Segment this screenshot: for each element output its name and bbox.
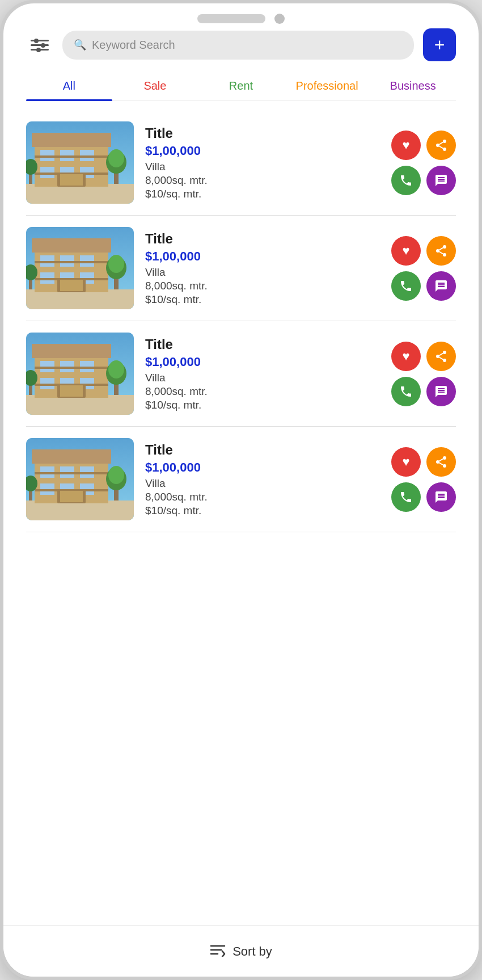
svg-rect-90 — [60, 491, 83, 502]
svg-rect-81 — [32, 449, 111, 464]
action-row-bottom — [391, 377, 456, 406]
listings-container: Title $1,00,000 Villa 8,000sq. mtr. $10/… — [26, 110, 456, 532]
listing-title: Title — [145, 337, 380, 352]
share-button[interactable] — [426, 447, 456, 477]
notch-bar — [197, 14, 265, 23]
svg-rect-9 — [32, 133, 111, 147]
svg-line-47 — [439, 247, 443, 250]
svg-point-86 — [108, 466, 124, 484]
tab-business[interactable]: Business — [370, 73, 456, 100]
notch-dot — [274, 14, 285, 24]
filter-button[interactable] — [26, 35, 53, 55]
share-button[interactable] — [426, 131, 456, 160]
listing-image — [26, 227, 134, 309]
action-row-bottom — [391, 482, 456, 512]
favorite-button[interactable]: ♥ — [391, 131, 421, 160]
phone-button[interactable] — [391, 166, 421, 195]
listing-title: Title — [145, 231, 380, 247]
svg-rect-82 — [35, 472, 108, 474]
phone-button[interactable] — [391, 482, 421, 512]
svg-point-14 — [108, 149, 124, 167]
listing-rate: $10/sq. mtr. — [145, 293, 380, 306]
filter-line-1 — [31, 40, 49, 41]
tab-rent[interactable]: Rent — [198, 73, 284, 100]
svg-rect-1 — [26, 184, 134, 204]
tab-sale[interactable]: Sale — [112, 73, 198, 100]
listing-card: Title $1,00,000 Villa 8,000sq. mtr. $10/… — [26, 216, 456, 321]
chat-button[interactable] — [426, 271, 456, 301]
search-bar[interactable]: 🔍 Keyword Search — [62, 31, 414, 60]
svg-line-22 — [439, 146, 443, 148]
favorite-button[interactable]: ♥ — [391, 236, 421, 266]
chat-button[interactable] — [426, 166, 456, 195]
listing-title: Title — [145, 125, 380, 141]
tab-professional[interactable]: Professional — [284, 73, 370, 100]
action-row-top: ♥ — [391, 236, 456, 266]
listing-actions: ♥ — [391, 236, 456, 301]
listing-info: Title $1,00,000 Villa 8,000sq. mtr. $10/… — [145, 231, 380, 306]
svg-rect-66 — [60, 385, 83, 397]
favorite-button[interactable]: ♥ — [391, 447, 421, 477]
svg-rect-34 — [35, 261, 108, 263]
svg-point-67 — [443, 351, 446, 354]
listing-area: 8,000sq. mtr. — [145, 491, 380, 503]
svg-rect-58 — [35, 367, 108, 369]
svg-line-94 — [439, 462, 443, 465]
svg-point-21 — [443, 148, 446, 151]
svg-rect-73 — [26, 500, 134, 520]
share-button[interactable] — [426, 342, 456, 371]
phone-button[interactable] — [391, 377, 421, 406]
filter-line-2 — [31, 44, 49, 46]
chat-button[interactable] — [426, 482, 456, 512]
phone-frame: 🔍 Keyword Search + All Sale Rent Profess… — [0, 0, 482, 980]
add-button[interactable]: + — [423, 28, 456, 61]
share-button[interactable] — [426, 236, 456, 266]
svg-line-95 — [439, 459, 443, 461]
listing-title: Title — [145, 442, 380, 458]
svg-rect-42 — [60, 280, 83, 291]
svg-line-71 — [439, 353, 443, 355]
phone-button[interactable] — [391, 271, 421, 301]
svg-point-91 — [443, 456, 446, 460]
listing-rate: $10/sq. mtr. — [145, 399, 380, 411]
svg-point-45 — [443, 253, 446, 256]
chat-button[interactable] — [426, 377, 456, 406]
search-icon: 🔍 — [74, 39, 86, 51]
header-row: 🔍 Keyword Search + — [26, 28, 456, 61]
action-row-top: ♥ — [391, 342, 456, 371]
sort-bar[interactable]: Sort by — [3, 926, 479, 977]
listing-info: Title $1,00,000 Villa 8,000sq. mtr. $10/… — [145, 125, 380, 200]
sort-icon — [210, 943, 226, 960]
listing-card: Title $1,00,000 Villa 8,000sq. mtr. $10/… — [26, 427, 456, 532]
listing-actions: ♥ — [391, 447, 456, 512]
svg-point-62 — [108, 360, 124, 378]
svg-rect-10 — [35, 155, 108, 158]
tabs-row: All Sale Rent Professional Business — [26, 73, 456, 101]
favorite-button[interactable]: ♥ — [391, 342, 421, 371]
listing-info: Title $1,00,000 Villa 8,000sq. mtr. $10/… — [145, 442, 380, 517]
svg-rect-49 — [26, 395, 134, 415]
svg-point-92 — [436, 460, 439, 464]
svg-point-69 — [443, 359, 446, 362]
action-row-bottom — [391, 166, 456, 195]
listing-image — [26, 121, 134, 204]
listing-area: 8,000sq. mtr. — [145, 174, 380, 187]
tab-all[interactable]: All — [26, 73, 112, 100]
listing-area: 8,000sq. mtr. — [145, 385, 380, 398]
filter-line-3 — [31, 49, 49, 51]
listing-actions: ♥ — [391, 131, 456, 195]
listing-price: $1,00,000 — [145, 144, 380, 158]
listing-area: 8,000sq. mtr. — [145, 280, 380, 292]
svg-line-23 — [439, 142, 443, 144]
listing-type: Villa — [145, 266, 380, 279]
listing-info: Title $1,00,000 Villa 8,000sq. mtr. $10/… — [145, 337, 380, 411]
listing-type: Villa — [145, 161, 380, 173]
svg-rect-57 — [32, 344, 111, 358]
listing-rate: $10/sq. mtr. — [145, 504, 380, 517]
sort-by-label: Sort by — [232, 944, 272, 959]
listing-type: Villa — [145, 477, 380, 490]
action-row-top: ♥ — [391, 131, 456, 160]
action-row-top: ♥ — [391, 447, 456, 477]
listing-price: $1,00,000 — [145, 355, 380, 369]
svg-point-44 — [436, 249, 439, 253]
